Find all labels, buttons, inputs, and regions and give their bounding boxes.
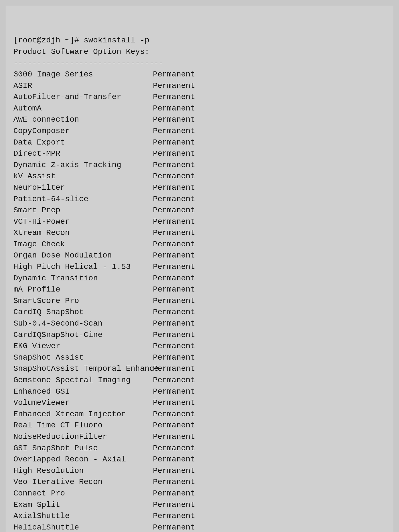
feature-row: SnapShotAssist Temporal EnhancePermanent: [13, 363, 386, 375]
feature-row: AutoFilter-and-TransferPermanent: [13, 92, 386, 103]
feature-name: AxialShuttle: [13, 511, 153, 522]
feature-status: Permanent: [153, 409, 195, 420]
feature-row: Patient-64-slicePermanent: [13, 194, 386, 205]
feature-name: CardIQSnapShot-Cine: [13, 329, 153, 341]
feature-status: Permanent: [153, 488, 195, 499]
feature-name: Smart Prep: [13, 205, 153, 216]
feature-name: Data Export: [13, 137, 153, 148]
feature-name: HelicalShuttle: [13, 522, 153, 532]
feature-name: AWE connection: [13, 114, 153, 126]
feature-name: Veo Iterative Recon: [13, 476, 153, 488]
feature-row: Dynamic Z-axis TrackingPermanent: [13, 160, 386, 171]
feature-row: Connect ProPermanent: [13, 488, 386, 499]
feature-row: Dynamic TransitionPermanent: [13, 273, 386, 284]
feature-row: Gemstone Spectral ImagingPermanent: [13, 375, 386, 386]
divider-text: --------------------------------: [13, 57, 164, 69]
feature-name: Dynamic Z-axis Tracking: [13, 160, 153, 171]
feature-row: High Pitch Helical - 1.53Permanent: [13, 261, 386, 273]
feature-row: ASIRPermanent: [13, 80, 386, 92]
feature-name: Gemstone Spectral Imaging: [13, 375, 153, 386]
feature-status: Permanent: [153, 511, 195, 522]
feature-status: Permanent: [153, 295, 195, 307]
feature-status: Permanent: [153, 273, 195, 284]
feature-status: Permanent: [153, 103, 195, 114]
feature-row: HelicalShuttlePermanent: [13, 522, 386, 532]
feature-name: Sub-0.4-Second-Scan: [13, 318, 153, 329]
feature-name: Enhanced GSI: [13, 386, 153, 398]
feature-name: Image Check: [13, 239, 153, 250]
feature-status: Permanent: [153, 476, 195, 488]
feature-row: Real Time CT FluoroPermanent: [13, 420, 386, 431]
feature-name: High Resolution: [13, 465, 153, 477]
divider-line: --------------------------------: [13, 57, 386, 69]
feature-status: Permanent: [153, 318, 195, 329]
feature-row: EKG ViewerPermanent: [13, 341, 386, 352]
feature-row: NeuroFilterPermanent: [13, 182, 386, 194]
header-text-1: [root@zdjh ~]# swokinstall -p: [13, 35, 149, 46]
feature-status: Permanent: [153, 261, 195, 273]
feature-status: Permanent: [153, 431, 195, 443]
terminal-content: [root@zdjh ~]# swokinstall -p Product So…: [13, 35, 386, 532]
feature-name: VolumeViewer: [13, 397, 153, 409]
feature-row: Sub-0.4-Second-ScanPermanent: [13, 318, 386, 329]
feature-row: GSI SnapShot PulsePermanent: [13, 443, 386, 454]
feature-row: Overlapped Recon - AxialPermanent: [13, 454, 386, 465]
feature-status: Permanent: [153, 182, 195, 194]
feature-name: Patient-64-slice: [13, 194, 153, 205]
feature-status: Permanent: [153, 92, 195, 103]
feature-row: CardIQ SnapShotPermanent: [13, 307, 386, 318]
feature-status: Permanent: [153, 80, 195, 92]
feature-row: VolumeViewerPermanent: [13, 397, 386, 409]
feature-row: 3000 Image SeriesPermanent: [13, 69, 386, 80]
feature-name: High Pitch Helical - 1.53: [13, 261, 153, 273]
feature-name: VCT-Hi-Power: [13, 216, 153, 228]
feature-row: CopyComposerPermanent: [13, 126, 386, 137]
feature-status: Permanent: [153, 239, 195, 250]
feature-status: Permanent: [153, 227, 195, 239]
feature-status: Permanent: [153, 216, 195, 228]
feature-row: Data ExportPermanent: [13, 137, 386, 148]
feature-row: Xtream ReconPermanent: [13, 227, 386, 239]
feature-name: NeuroFilter: [13, 182, 153, 194]
feature-name: 3000 Image Series: [13, 69, 153, 80]
features-list: 3000 Image SeriesPermanentASIRPermanentA…: [13, 69, 386, 532]
feature-status: Permanent: [153, 363, 195, 375]
feature-row: Exam SplitPermanent: [13, 499, 386, 511]
feature-name: GSI SnapShot Pulse: [13, 443, 153, 454]
feature-row: AWE connectionPermanent: [13, 114, 386, 126]
feature-row: High ResolutionPermanent: [13, 465, 386, 477]
feature-name: Overlapped Recon - Axial: [13, 454, 153, 465]
feature-status: Permanent: [153, 352, 195, 364]
feature-status: Permanent: [153, 329, 195, 341]
feature-name: Exam Split: [13, 499, 153, 511]
feature-status: Permanent: [153, 375, 195, 386]
feature-row: Image CheckPermanent: [13, 239, 386, 250]
feature-name: ASIR: [13, 80, 153, 92]
feature-name: CopyComposer: [13, 126, 153, 137]
header-text-2: Product Software Option Keys:: [13, 46, 149, 58]
feature-status: Permanent: [153, 454, 195, 465]
feature-status: Permanent: [153, 160, 195, 171]
feature-name: Organ Dose Modulation: [13, 250, 153, 261]
feature-status: Permanent: [153, 171, 195, 182]
feature-name: Connect Pro: [13, 488, 153, 499]
feature-name: NoiseReductionFilter: [13, 431, 153, 443]
feature-name: Real Time CT Fluoro: [13, 420, 153, 431]
feature-name: EKG Viewer: [13, 341, 153, 352]
feature-status: Permanent: [153, 420, 195, 431]
feature-name: CardIQ SnapShot: [13, 307, 153, 318]
feature-status: Permanent: [153, 341, 195, 352]
feature-status: Permanent: [153, 522, 195, 532]
feature-row: AxialShuttlePermanent: [13, 511, 386, 522]
feature-row: kV_AssistPermanent: [13, 171, 386, 182]
feature-row: Organ Dose ModulationPermanent: [13, 250, 386, 261]
feature-status: Permanent: [153, 194, 195, 205]
feature-row: Smart PrepPermanent: [13, 205, 386, 216]
feature-row: SnapShot AssistPermanent: [13, 352, 386, 364]
feature-status: Permanent: [153, 250, 195, 261]
feature-row: VCT-Hi-PowerPermanent: [13, 216, 386, 228]
feature-status: Permanent: [153, 465, 195, 477]
feature-name: Direct-MPR: [13, 148, 153, 160]
feature-name: mA Profile: [13, 284, 153, 295]
feature-status: Permanent: [153, 284, 195, 295]
